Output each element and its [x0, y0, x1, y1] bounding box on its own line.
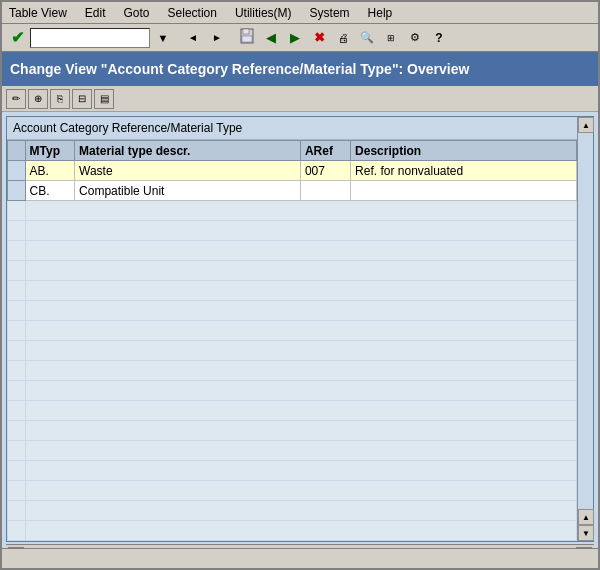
empty-row [8, 301, 577, 321]
data-table: MTyp Material type descr. ARef Descripti… [7, 140, 577, 541]
check-button[interactable]: ✔ [6, 27, 28, 49]
main-window: Table View Edit Goto Selection Utilities… [0, 0, 600, 570]
table-row[interactable]: AB. Waste 007 Ref. for nonvaluated [8, 161, 577, 181]
table-row[interactable]: CB. Compatible Unit [8, 181, 577, 201]
find-next-button[interactable]: ⊞ [380, 27, 402, 49]
section-header: Account Category Reference/Material Type [7, 117, 577, 140]
nav-back-icon: ◄ [188, 32, 198, 43]
row-selector-header [8, 141, 26, 161]
cancel-icon: ✖ [314, 30, 325, 45]
help-button[interactable]: ? [428, 27, 450, 49]
print-icon: 🖨 [338, 32, 349, 44]
print-button[interactable]: 🖨 [332, 27, 354, 49]
edit-pencil-button[interactable]: ✏ [6, 89, 26, 109]
back-icon-button[interactable]: ◀ [260, 27, 282, 49]
section-header-text: Account Category Reference/Material Type [13, 121, 242, 135]
settings-icon: ⚙ [410, 31, 420, 44]
scroll-up-button[interactable]: ▲ [578, 117, 594, 133]
vertical-scrollbar: ▲ ▲ ▼ [577, 117, 593, 541]
col-header-description: Description [351, 141, 577, 161]
empty-row [8, 421, 577, 441]
menu-item-selection[interactable]: Selection [165, 5, 220, 21]
empty-row [8, 261, 577, 281]
copy-button[interactable]: ⎘ [50, 89, 70, 109]
table-panel: Account Category Reference/Material Type… [6, 116, 594, 542]
new-entries-icon: ⊕ [34, 93, 42, 104]
menu-item-goto[interactable]: Goto [121, 5, 153, 21]
col-header-matdesc: Material type descr. [75, 141, 301, 161]
empty-row [8, 321, 577, 341]
cell-mtyp-1: CB. [25, 181, 75, 201]
nav-back-button[interactable]: ◄ [182, 27, 204, 49]
empty-row [8, 201, 577, 221]
scroll-track [578, 133, 593, 509]
details-button[interactable]: ▤ [94, 89, 114, 109]
cell-aref-0: 007 [300, 161, 350, 181]
title-text: Change View "Account Category Reference/… [10, 61, 469, 77]
empty-row [8, 481, 577, 501]
svg-rect-1 [243, 29, 249, 34]
menubar: Table View Edit Goto Selection Utilities… [2, 2, 598, 24]
nav-forward-button[interactable]: ► [206, 27, 228, 49]
delete-icon: ⊟ [78, 93, 86, 104]
empty-row [8, 381, 577, 401]
toolbar: ✔ ▼ ◄ ► ◀ ▶ ✖ 🖨 🔍 [2, 24, 598, 52]
dropdown-icon: ▼ [158, 32, 169, 44]
save-button[interactable] [236, 27, 258, 49]
find-next-icon: ⊞ [387, 33, 395, 43]
cell-aref-1 [300, 181, 350, 201]
scroll-page-up-button[interactable]: ▲ [578, 509, 594, 525]
new-entries-button[interactable]: ⊕ [28, 89, 48, 109]
menu-item-edit[interactable]: Edit [82, 5, 109, 21]
table-area: Account Category Reference/Material Type… [7, 117, 577, 541]
scroll-up-icon: ▲ [582, 121, 590, 130]
table-body: MTyp Material type descr. ARef Descripti… [7, 140, 577, 541]
cancel-button[interactable]: ✖ [308, 27, 330, 49]
empty-row [8, 281, 577, 301]
details-icon: ▤ [100, 93, 109, 104]
empty-row [8, 361, 577, 381]
empty-row [8, 461, 577, 481]
forward-icon-button[interactable]: ▶ [284, 27, 306, 49]
check-icon: ✔ [11, 28, 24, 47]
settings-button[interactable]: ⚙ [404, 27, 426, 49]
menu-item-system[interactable]: System [307, 5, 353, 21]
svg-rect-2 [242, 36, 252, 42]
content-area: Account Category Reference/Material Type… [2, 112, 598, 548]
row-selector-0[interactable] [8, 161, 26, 181]
cell-matdesc-0: Waste [75, 161, 301, 181]
page-down-icon: ▼ [582, 529, 590, 538]
empty-row [8, 501, 577, 521]
table-header-row: MTyp Material type descr. ARef Descripti… [8, 141, 577, 161]
cell-mtyp-0: AB. [25, 161, 75, 181]
menu-item-help[interactable]: Help [365, 5, 396, 21]
page-up-icon: ▲ [582, 513, 590, 522]
empty-row [8, 401, 577, 421]
save-icon [239, 28, 255, 47]
empty-row [8, 441, 577, 461]
menu-item-table-view[interactable]: Table View [6, 5, 70, 21]
find-icon: 🔍 [360, 31, 374, 44]
delete-button[interactable]: ⊟ [72, 89, 92, 109]
nav-forward-icon: ► [212, 32, 222, 43]
pencil-icon: ✏ [12, 93, 20, 104]
empty-row [8, 341, 577, 361]
scroll-bottom-buttons: ▲ ▼ [578, 509, 593, 541]
cell-matdesc-1: Compatible Unit [75, 181, 301, 201]
status-bar [2, 548, 598, 568]
input-help-button[interactable]: ▼ [152, 27, 174, 49]
page-title: Change View "Account Category Reference/… [2, 52, 598, 86]
action-toolbar: ✏ ⊕ ⎘ ⊟ ▤ [2, 86, 598, 112]
command-input[interactable] [30, 28, 150, 48]
empty-row [8, 521, 577, 541]
back-icon: ◀ [266, 30, 276, 45]
scroll-page-down-button[interactable]: ▼ [578, 525, 594, 541]
cell-desc-0: Ref. for nonvaluated [351, 161, 577, 181]
copy-icon: ⎘ [57, 93, 63, 104]
row-selector-1[interactable] [8, 181, 26, 201]
cell-desc-1 [351, 181, 577, 201]
empty-row [8, 241, 577, 261]
menu-item-utilities[interactable]: Utilities(M) [232, 5, 295, 21]
find-button[interactable]: 🔍 [356, 27, 378, 49]
col-header-mtyp: MTyp [25, 141, 75, 161]
